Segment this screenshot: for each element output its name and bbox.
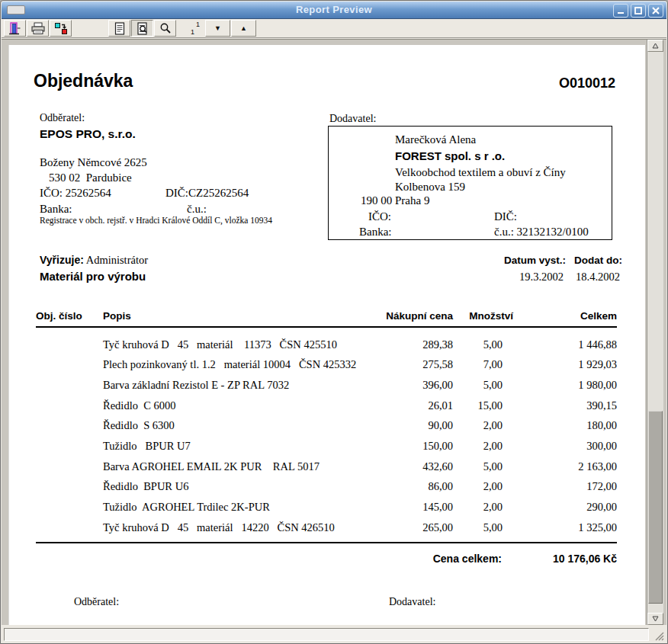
table-header: Obj. číslo Popis Nákupní cena Množství C…	[36, 310, 617, 322]
customer-label: Odběratel:	[40, 112, 85, 124]
window-title: Report Preview	[2, 4, 666, 15]
customer-city: 530 02 Pardubice	[49, 171, 132, 184]
footer-customer-label: Odběratel:	[74, 596, 119, 608]
cell-popis: Tyč kruhová D 45 materiál 14220 ČSN 4265…	[103, 521, 361, 534]
cell-popis: Ředidlo C 6000	[103, 399, 361, 412]
maximize-button[interactable]	[631, 4, 646, 18]
cell-celkem: 300,00	[503, 440, 617, 453]
supplier-label: Dodavatel:	[329, 113, 376, 125]
resize-grip-icon[interactable]	[651, 628, 664, 641]
page-total: 1	[188, 28, 203, 36]
customer-registration: Registrace v obch. rejstř. v Hradci Král…	[40, 216, 272, 225]
table-body: Tyč kruhová D 45 materiál 11373 ČSN 4255…	[36, 328, 617, 537]
table-row: Ředidlo C 6000 26,01 15,00 390,15	[36, 396, 617, 416]
cell-popis: Tyč kruhová D 45 materiál 11373 ČSN 4255…	[103, 338, 361, 351]
window-controls	[613, 4, 663, 18]
table-row: Tužidlo BPUR U7 150,00 2,00 300,00	[36, 436, 617, 457]
cell-celkem: 1 446,88	[503, 338, 617, 351]
table-row: Tužidlo AGROHEL Trdilec 2K-PUR 145,00 2,…	[36, 497, 617, 517]
supplier-ico-label: IČO:	[368, 210, 391, 223]
status-field	[4, 628, 649, 641]
next-page-button[interactable]: ▼	[205, 20, 230, 37]
table-row: Barva základní Rezistol E - ZP RAL 7032 …	[36, 375, 617, 396]
due-date: 18.4.2002	[576, 271, 620, 284]
zoom-button[interactable]	[154, 20, 176, 37]
page-icon	[113, 21, 127, 36]
total-label: Cena celkem:	[433, 553, 502, 565]
cell-celkem: 1 980,00	[503, 379, 617, 392]
print-button[interactable]	[27, 20, 49, 37]
cell-popis: Tužidlo BPUR U7	[103, 440, 361, 453]
customer-account-label: č.u.:	[187, 203, 207, 216]
cell-celkem: 1 325,00	[503, 521, 617, 534]
titlebar[interactable]: Report Preview	[2, 2, 666, 19]
supplier-name: FOREST spol. s r .o.	[395, 149, 505, 162]
cell-celkem: 290,00	[503, 501, 617, 514]
cell-celkem: 180,00	[503, 419, 617, 432]
supplier-street: Kolbenova 159	[395, 181, 465, 194]
scroll-down-icon	[652, 616, 659, 622]
prev-page-button[interactable]: ▲	[231, 20, 256, 37]
footer-supplier-label: Dodavatel:	[389, 596, 435, 608]
toolbar: 1 1 ▼ ▲	[2, 19, 666, 38]
page-current: 1	[188, 21, 203, 28]
customer-ico: IČO: 25262564	[40, 187, 111, 200]
export-icon	[53, 21, 69, 36]
cell-nakupni-cena: 86,00	[361, 480, 453, 493]
document-title: Objednávka	[34, 71, 133, 91]
minimize-button[interactable]	[613, 4, 628, 18]
cell-popis: Tužidlo AGROHEL Trdilec 2K-PUR	[103, 501, 361, 514]
document-page: Objednávka O010012 Odběratel: EPOS PRO, …	[8, 45, 645, 625]
due-date-label: Dodat do:	[574, 255, 622, 266]
export-button[interactable]	[50, 20, 72, 37]
supplier-account: č.u.: 32132132/0100	[494, 226, 589, 239]
cell-nakupni-cena: 145,00	[361, 501, 453, 514]
scroll-down-button[interactable]	[647, 613, 663, 625]
cell-mnozstvi: 15,00	[453, 399, 503, 412]
cell-nakupni-cena: 265,00	[361, 521, 453, 534]
order-number: O010012	[559, 75, 615, 91]
preview-area: Objednávka O010012 Odběratel: EPOS PRO, …	[2, 39, 666, 625]
customer-street: Boženy Němcové 2625	[40, 156, 147, 169]
close-button[interactable]	[648, 4, 663, 18]
cell-popis: Barva základní Rezistol E - ZP RAL 7032	[103, 379, 361, 392]
handled-by: Vyřizuje: Administrátor	[40, 254, 148, 267]
supplier-description: Velkoobchod textilem a obuví z Číny	[395, 166, 566, 179]
magnifier-icon	[158, 21, 173, 36]
cell-celkem: 172,00	[503, 480, 617, 493]
cell-mnozstvi: 5,00	[453, 338, 503, 351]
cell-popis: Barva AGROHEL EMAIL 2K PUR RAL 5017	[103, 460, 361, 473]
supplier-dic-label: DIČ:	[494, 210, 517, 223]
cell-popis: Ředidlo S 6300	[103, 419, 361, 432]
cell-mnozstvi: 5,00	[453, 521, 503, 534]
close-icon	[651, 6, 660, 15]
header-nakupni-cena: Nákupní cena	[361, 310, 453, 322]
fit-width-button[interactable]	[108, 20, 130, 37]
issue-date: 19.3.2002	[519, 271, 564, 284]
scroll-up-button[interactable]	[647, 40, 663, 52]
page-indicator: 1 1	[188, 21, 203, 36]
scrollbar-thumb[interactable]	[648, 411, 663, 604]
status-bar	[2, 626, 666, 643]
printer-icon	[31, 21, 46, 36]
cell-mnozstvi: 5,00	[453, 460, 503, 473]
issue-date-label: Datum vyst.:	[504, 255, 566, 266]
header-mnozstvi: Množství	[464, 310, 513, 322]
fit-page-button[interactable]	[131, 20, 153, 37]
exit-button[interactable]	[4, 20, 26, 37]
cell-popis: Ředidlo BPUR U6	[103, 480, 361, 493]
report-preview-window: Report Preview	[0, 0, 668, 644]
cell-nakupni-cena: 26,01	[361, 399, 453, 412]
customer-bank-label: Banka:	[40, 203, 72, 216]
cell-celkem: 1 929,03	[503, 358, 617, 371]
scrollbar-track[interactable]	[647, 52, 663, 613]
triangle-up-icon: ▲	[240, 24, 247, 32]
items-table: Obj. číslo Popis Nákupní cena Množství C…	[36, 310, 617, 565]
order-subject: Materiál pro výrobu	[40, 270, 146, 283]
cell-nakupni-cena: 275,58	[361, 358, 453, 371]
supplier-box: Marečková Alena FOREST spol. s r .o. Vel…	[328, 126, 612, 240]
exit-door-icon	[8, 21, 23, 36]
cell-mnozstvi: 2,00	[453, 419, 503, 432]
table-row: Barva AGROHEL EMAIL 2K PUR RAL 5017 432,…	[36, 457, 617, 477]
vertical-scrollbar[interactable]	[647, 40, 663, 625]
